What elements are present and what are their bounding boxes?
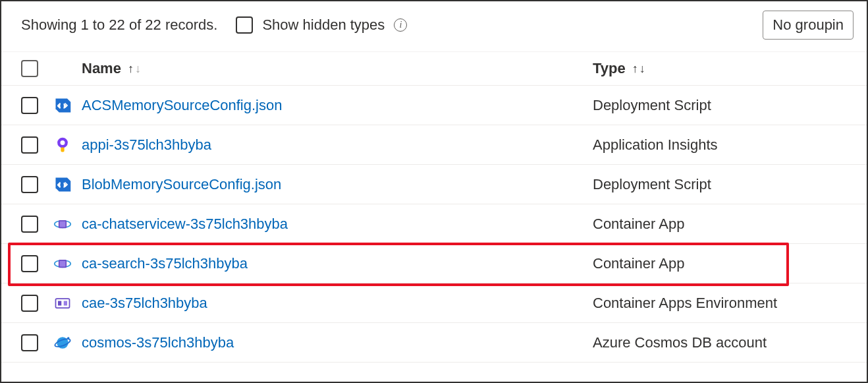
appinsights-icon xyxy=(53,135,72,155)
show-hidden-label: Show hidden types xyxy=(262,16,385,34)
svg-rect-10 xyxy=(58,301,61,305)
sort-icon: ↑↓ xyxy=(632,62,645,76)
resource-type: Application Insights xyxy=(593,136,718,154)
column-header-type[interactable]: Type ↑↓ xyxy=(593,60,645,77)
containerapp-icon xyxy=(53,254,72,274)
svg-rect-11 xyxy=(64,301,67,305)
table-row[interactable]: ca-search-3s75lch3hbybaContainer App xyxy=(1,244,867,283)
resource-type: Container App xyxy=(593,216,684,233)
column-header-name[interactable]: Name ↑↓ xyxy=(82,60,141,77)
svg-point-14 xyxy=(67,337,70,339)
resource-link[interactable]: ca-chatservicew-3s75lch3hbyba xyxy=(82,216,288,233)
row-checkbox[interactable] xyxy=(21,136,38,154)
resource-table: Name ↑↓ Type ↑↓ ACSMemorySourceConfig.js… xyxy=(1,51,867,363)
show-hidden-types-toggle[interactable]: Show hidden types i xyxy=(236,16,407,34)
resource-type: Deployment Script xyxy=(593,176,711,193)
svg-point-2 xyxy=(61,140,65,145)
show-hidden-checkbox[interactable] xyxy=(236,16,253,34)
containerapp-icon xyxy=(53,214,72,234)
resource-type: Azure Cosmos DB account xyxy=(593,334,767,351)
resource-link[interactable]: cae-3s75lch3hbyba xyxy=(82,295,207,312)
toolbar: Showing 1 to 22 of 22 records. Show hidd… xyxy=(1,1,867,51)
svg-rect-5 xyxy=(60,221,66,227)
info-icon[interactable]: i xyxy=(394,18,407,32)
table-header: Name ↑↓ Type ↑↓ xyxy=(1,51,867,86)
grouping-dropdown[interactable]: No groupin xyxy=(763,11,854,40)
resource-type: Deployment Script xyxy=(593,97,711,114)
table-row[interactable]: ca-chatservicew-3s75lch3hbybaContainer A… xyxy=(1,204,867,244)
resource-link[interactable]: ACSMemorySourceConfig.json xyxy=(82,97,282,114)
row-checkbox[interactable] xyxy=(21,216,38,233)
resource-type: Container App xyxy=(593,255,684,272)
table-row[interactable]: cosmos-3s75lch3hbybaAzure Cosmos DB acco… xyxy=(1,323,867,363)
table-row[interactable]: appi-3s75lch3hbybaApplication Insights xyxy=(1,125,867,165)
svg-rect-1 xyxy=(61,147,64,152)
sort-icon: ↑↓ xyxy=(128,62,141,76)
grouping-label: No groupin xyxy=(773,16,844,33)
resource-type: Container Apps Environment xyxy=(593,295,777,312)
resource-link[interactable]: ca-search-3s75lch3hbyba xyxy=(82,255,248,272)
svg-rect-8 xyxy=(60,260,66,266)
resource-link[interactable]: cosmos-3s75lch3hbyba xyxy=(82,334,234,351)
resource-link[interactable]: BlobMemorySourceConfig.json xyxy=(82,176,281,193)
record-count-label: Showing 1 to 22 of 22 records. xyxy=(21,16,217,34)
table-row[interactable]: cae-3s75lch3hbybaContainer Apps Environm… xyxy=(1,283,867,323)
row-checkbox[interactable] xyxy=(21,255,38,272)
row-checkbox[interactable] xyxy=(21,295,38,312)
svg-rect-9 xyxy=(56,299,70,308)
cosmos-icon xyxy=(53,333,72,353)
row-checkbox[interactable] xyxy=(21,334,38,351)
row-checkbox[interactable] xyxy=(21,97,38,114)
table-row[interactable]: ACSMemorySourceConfig.jsonDeployment Scr… xyxy=(1,86,867,125)
resource-link[interactable]: appi-3s75lch3hbyba xyxy=(82,136,211,154)
table-row[interactable]: BlobMemorySourceConfig.jsonDeployment Sc… xyxy=(1,165,867,204)
row-checkbox[interactable] xyxy=(21,176,38,193)
script-icon xyxy=(53,175,72,194)
resource-list-frame: Showing 1 to 22 of 22 records. Show hidd… xyxy=(0,0,868,383)
containerenv-icon xyxy=(53,293,72,313)
select-all-checkbox[interactable] xyxy=(21,60,38,77)
script-icon xyxy=(53,96,72,115)
table-body: ACSMemorySourceConfig.jsonDeployment Scr… xyxy=(1,86,867,363)
